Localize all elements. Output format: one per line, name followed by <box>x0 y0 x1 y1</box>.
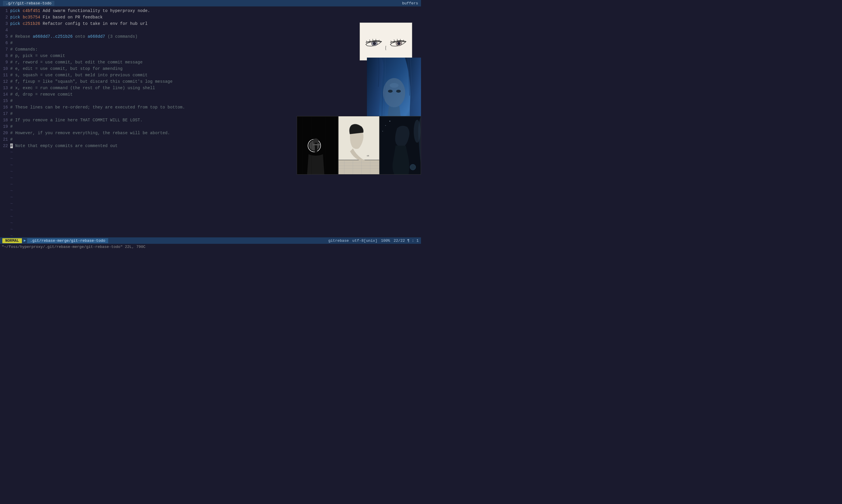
table-row: 4 <box>0 27 421 33</box>
table-row: 2 pick bc35754 Fix based on PR feedback <box>0 14 421 20</box>
tilde-line: ~ <box>0 149 421 156</box>
line-number: 3 <box>0 21 10 26</box>
table-row: 5 # Rebase a668dd7..c251b26 onto a668dd7… <box>0 33 421 40</box>
status-arrow: ► <box>24 238 26 243</box>
table-row: 16 # These lines can be re-ordered; they… <box>0 104 421 110</box>
status-filepath: .git/rebase-merge/git-rebase-todo <box>27 238 108 243</box>
buffers-section: buffers <box>402 1 418 5</box>
table-row: 15 # <box>0 98 421 104</box>
tilde-line: ~ <box>0 188 421 194</box>
table-row: 11 # s, squash = use commit, but meld in… <box>0 72 421 78</box>
line-content: # s, squash = use commit, but meld into … <box>10 73 148 77</box>
status-filetype: gitrebase <box>328 238 349 243</box>
line-number: 10 <box>0 66 10 71</box>
line-number: 5 <box>0 34 10 39</box>
table-row: 8 # p, pick = use commit <box>0 53 421 59</box>
line-number: 20 <box>0 131 10 136</box>
table-row: 19 # <box>0 123 421 130</box>
status-right: gitrebase utf-8[unix] 100% 22/22 ¶ : 1 <box>328 238 419 243</box>
table-row: 14 # d, drop = remove commit <box>0 91 421 98</box>
buffers-label: buffers <box>402 1 418 5</box>
status-zoom: 100% <box>381 238 390 243</box>
line-number: 8 <box>0 54 10 58</box>
line-number: 13 <box>0 86 10 90</box>
line-number: 15 <box>0 98 10 103</box>
tilde-line: ~ <box>0 168 421 175</box>
line-content: # e, edit = use commit, but stop for ame… <box>10 66 123 71</box>
table-row: 20 # However, if you remove everything, … <box>0 130 421 136</box>
line-content: # If you remove a line here THAT COMMIT … <box>10 118 143 123</box>
table-row: 7 # Commands: <box>0 46 421 53</box>
table-row: 22 # Note that empty commits are comment… <box>0 143 421 149</box>
tilde-line: ~ <box>0 201 421 207</box>
line-content: pick bc35754 Fix based on PR feedback <box>10 15 103 20</box>
line-number: 1 <box>0 8 10 13</box>
line-content: # <box>10 137 13 142</box>
table-row: 9 # r, reword = use commit, but edit the… <box>0 59 421 66</box>
line-number: 14 <box>0 92 10 97</box>
tilde-line: ~ <box>0 213 421 220</box>
line-number: 16 <box>0 105 10 110</box>
line-content: # <box>10 124 13 129</box>
line-content: # p, pick = use commit <box>10 54 65 58</box>
mode-indicator: NORMAL <box>2 238 22 243</box>
line-content: # f, fixup = like "squash", but discard … <box>10 79 173 84</box>
line-content: # These lines can be re-ordered; they ar… <box>10 105 185 110</box>
tilde-line: ~ <box>0 162 421 168</box>
line-number: 21 <box>0 137 10 142</box>
table-row: 12 # f, fixup = like "squash", but disca… <box>0 78 421 85</box>
tilde-line: ~ <box>0 175 421 181</box>
title-bar: .g/r/git-rebase-todo buffers <box>0 0 421 6</box>
line-content: # However, if you remove everything, the… <box>10 131 170 136</box>
code-area[interactable]: 1 pick c4bf451 Add swarm functionality t… <box>0 6 421 237</box>
line-content: # x, exec = run command (the rest of the… <box>10 86 155 90</box>
tilde-line: ~ <box>0 226 421 233</box>
line-number: 11 <box>0 73 10 77</box>
line-content: # <box>10 111 13 116</box>
title-left: .g/r/git-rebase-todo <box>3 1 54 6</box>
table-row: 3 pick c251b26 Refactor config to take i… <box>0 20 421 27</box>
line-number: 4 <box>0 28 10 33</box>
table-row: 6 # <box>0 40 421 46</box>
status-colon: : 1 <box>412 238 419 243</box>
tilde-line: ~ <box>0 181 421 188</box>
line-number: 19 <box>0 124 10 129</box>
tilde-line: ~ <box>0 156 421 162</box>
line-number: 7 <box>0 47 10 52</box>
tilde-line: ~ <box>0 220 421 226</box>
line-content: # <box>10 98 13 103</box>
line-number: 18 <box>0 118 10 123</box>
line-content: # <box>10 41 13 45</box>
message-bar: "~/foss/hyperproxy/.git/rebase-merge/git… <box>0 244 421 250</box>
message-text: "~/foss/hyperproxy/.git/rebase-merge/git… <box>2 245 145 249</box>
line-content: # d, drop = remove commit <box>10 92 73 97</box>
active-tab[interactable]: .g/r/git-rebase-todo <box>3 1 54 6</box>
tilde-line: ~ <box>0 207 421 213</box>
line-number: 2 <box>0 15 10 20</box>
line-number: 22 <box>0 144 10 148</box>
line-content: # Note that empty commits are commented … <box>10 144 118 148</box>
status-linecol: 22/22 <box>394 238 405 243</box>
line-content: # Rebase a668dd7..c251b26 onto a668dd7 (… <box>10 34 138 39</box>
table-row: 21 # <box>0 136 421 143</box>
table-row: 13 # x, exec = run command (the rest of … <box>0 85 421 91</box>
table-row: 10 # e, edit = use commit, but stop for … <box>0 66 421 72</box>
line-content: pick c4bf451 Add swarm functionality to … <box>10 8 150 13</box>
tilde-line: ~ <box>0 233 421 237</box>
status-para: ¶ <box>407 238 410 243</box>
line-content: # Commands: <box>10 47 38 52</box>
status-encoding: utf-8[unix] <box>352 238 377 243</box>
tilde-line: ~ <box>0 194 421 201</box>
line-content: pick c251b26 Refactor config to take in … <box>10 21 148 26</box>
line-content: # r, reword = use commit, but edit the c… <box>10 60 143 65</box>
status-lineinfo: 22/22 ¶ : 1 <box>394 238 419 243</box>
table-row: 17 # <box>0 110 421 117</box>
line-number: 12 <box>0 79 10 84</box>
table-row: 1 pick c4bf451 Add swarm functionality t… <box>0 7 421 14</box>
line-number: 17 <box>0 111 10 116</box>
table-row: 18 # If you remove a line here THAT COMM… <box>0 117 421 123</box>
status-bar: NORMAL ► .git/rebase-merge/git-rebase-to… <box>0 237 421 244</box>
editor: 1 pick c4bf451 Add swarm functionality t… <box>0 6 421 237</box>
line-number: 6 <box>0 41 10 45</box>
line-number: 9 <box>0 60 10 65</box>
